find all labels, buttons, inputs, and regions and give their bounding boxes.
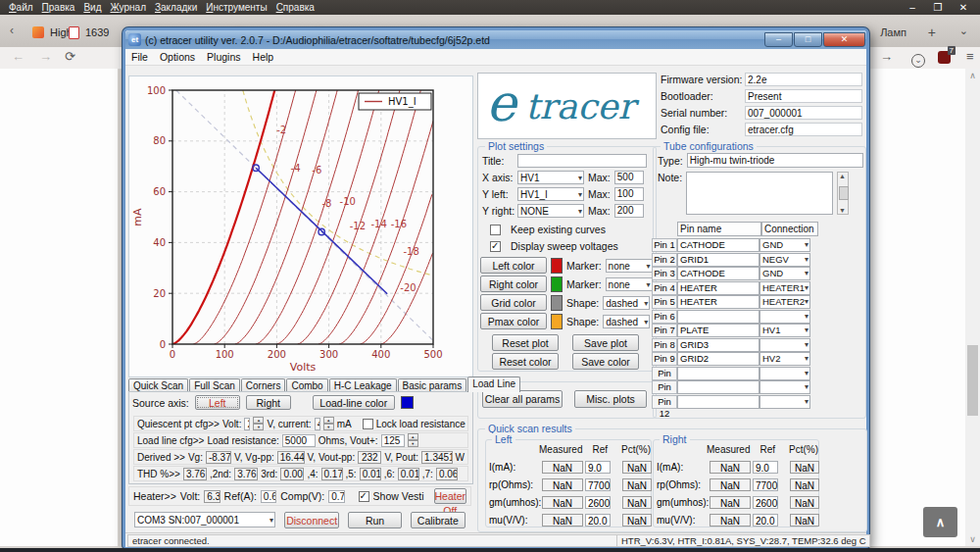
browser-menu-item[interactable]: Инструменты bbox=[206, 2, 267, 13]
plot-title-field[interactable] bbox=[517, 154, 647, 168]
pin-connection-select[interactable] bbox=[760, 338, 810, 352]
scroll-up-icon[interactable]: ∧ bbox=[965, 71, 980, 80]
ref-field[interactable]: 20.0 bbox=[753, 514, 778, 527]
pin-name-field[interactable]: GRID1 bbox=[677, 253, 760, 267]
pin-name-field[interactable]: CATHODE bbox=[677, 238, 760, 252]
note-scroll-up-icon[interactable]: ▲ bbox=[839, 173, 846, 179]
reset-color-button[interactable]: Reset color bbox=[492, 353, 559, 370]
pin-connection-select[interactable]: HEATER2 bbox=[760, 295, 810, 309]
pocket-icon[interactable]: ⌄ bbox=[911, 51, 925, 68]
load-resistance-field[interactable]: 5000 bbox=[282, 434, 316, 447]
tab-scroll-left-icon[interactable]: ‹ bbox=[10, 24, 14, 37]
minimize-button[interactable]: – bbox=[764, 32, 793, 47]
browser-menu-item[interactable]: Закладки bbox=[155, 2, 197, 13]
pin-connection-select[interactable] bbox=[760, 395, 810, 409]
app-menu-file[interactable]: File bbox=[125, 51, 154, 63]
tube-type-field[interactable]: High-mu twin-triode bbox=[687, 153, 863, 168]
marker-left-select[interactable]: none bbox=[606, 259, 653, 273]
save-color-button[interactable]: Save color bbox=[572, 353, 639, 370]
note-scrollbar[interactable]: ▲▼ bbox=[837, 172, 849, 215]
pin-name-field[interactable] bbox=[677, 310, 760, 324]
pin-name-field[interactable] bbox=[677, 380, 760, 394]
ref-field[interactable]: 9.0 bbox=[753, 461, 778, 474]
marker-right-select[interactable]: none bbox=[606, 277, 653, 291]
page-scrollbar[interactable]: ∧ ∨ bbox=[965, 69, 980, 546]
browser-menu-item[interactable]: Правка bbox=[42, 2, 75, 13]
source-left-button[interactable]: Left bbox=[195, 395, 240, 410]
pin-connection-select[interactable]: NEGV bbox=[760, 253, 810, 267]
pin-connection-select[interactable]: HV1 bbox=[760, 324, 810, 337]
pin-connection-select[interactable] bbox=[760, 367, 810, 380]
note-scroll-down-icon[interactable]: ▼ bbox=[839, 207, 846, 214]
tab-list-chevron-icon[interactable]: ⌄ bbox=[959, 25, 968, 37]
pin-connection-select[interactable]: GND bbox=[760, 238, 810, 252]
keep-existing-curves-checkbox[interactable] bbox=[490, 225, 501, 235]
pin-name-field[interactable]: PLATE bbox=[677, 324, 760, 337]
ref-field[interactable]: 7700 bbox=[585, 478, 611, 491]
tube-note-field[interactable] bbox=[686, 172, 833, 215]
scroll-down-icon[interactable]: ∨ bbox=[965, 534, 980, 544]
tab-combo[interactable]: Combo bbox=[286, 378, 327, 392]
browser-restore-icon[interactable]: ❐ bbox=[925, 0, 951, 15]
pin-connection-select[interactable]: HV2 bbox=[760, 352, 810, 366]
hamburger-menu-icon[interactable]: ≡ bbox=[966, 49, 974, 64]
browser-menu-item[interactable]: Вид bbox=[83, 2, 101, 13]
x-axis-select[interactable]: HV1 bbox=[517, 171, 584, 184]
y-left-max-field[interactable]: 100 bbox=[614, 187, 644, 201]
misc-plots-button[interactable]: Misc. plots bbox=[574, 390, 647, 408]
save-plot-button[interactable]: Save plot bbox=[572, 334, 639, 351]
disconnect-button[interactable]: Disconnect bbox=[284, 512, 339, 528]
pmax-color-button[interactable]: Pmax color bbox=[480, 313, 547, 329]
extension-icon[interactable]: 7 bbox=[938, 51, 951, 67]
ref-field[interactable]: 2600 bbox=[585, 496, 611, 509]
browser-tab-high[interactable]: High bbox=[32, 19, 73, 46]
refresh-icon[interactable]: ⟳ bbox=[65, 49, 75, 64]
pin-name-field[interactable] bbox=[677, 367, 760, 380]
new-tab-button[interactable]: + bbox=[928, 25, 936, 40]
pin-name-field[interactable]: GRID2 bbox=[677, 352, 760, 366]
browser-tab-pdf[interactable]: 1639 bbox=[69, 19, 109, 46]
pin-connection-select[interactable]: HEATER1 bbox=[760, 281, 810, 295]
show-vesti-checkbox[interactable] bbox=[359, 491, 369, 502]
y-left-select[interactable]: HV1_I bbox=[517, 187, 584, 201]
run-button[interactable]: Run bbox=[348, 512, 401, 528]
pin-connection-select[interactable] bbox=[760, 380, 810, 394]
curve-plot[interactable]: -2-4-6-8-10-12-14-16-18-2001002003004005… bbox=[128, 75, 473, 377]
volt-spinner[interactable]: ▲▼ bbox=[253, 417, 264, 430]
tab-corners[interactable]: Corners bbox=[241, 378, 286, 392]
vout-field[interactable]: 125 bbox=[381, 434, 405, 447]
app-menu-help[interactable]: Help bbox=[247, 51, 280, 63]
pin-name-field[interactable]: HEATER bbox=[677, 281, 760, 295]
lock-load-resistance-checkbox[interactable] bbox=[363, 419, 373, 429]
heater-off-button[interactable]: Heater Off bbox=[434, 488, 467, 504]
vout-spinner[interactable]: ▲▼ bbox=[408, 433, 418, 447]
shape-pmax-select[interactable]: dashed bbox=[603, 315, 650, 328]
y-right-max-field[interactable]: 200 bbox=[614, 204, 644, 218]
tab-basic-params[interactable]: Basic params bbox=[398, 378, 467, 392]
browser-menu-item[interactable]: Журнал bbox=[110, 2, 146, 13]
scroll-to-top-button[interactable]: ∧ bbox=[923, 507, 957, 537]
note-scroll-thumb[interactable] bbox=[839, 186, 849, 200]
pin-name-field[interactable]: HEATER bbox=[677, 295, 760, 309]
close-button[interactable]: ✕ bbox=[823, 32, 865, 47]
source-right-button[interactable]: Right bbox=[246, 395, 291, 410]
left-color-button[interactable]: Left color bbox=[480, 257, 547, 274]
app-menu-options[interactable]: Options bbox=[154, 51, 201, 63]
tab-full-scan[interactable]: Full Scan bbox=[189, 378, 240, 392]
back-icon[interactable]: ← bbox=[12, 49, 24, 64]
browser-close-icon[interactable]: ✕ bbox=[951, 0, 976, 15]
reset-plot-button[interactable]: Reset plot bbox=[492, 334, 559, 351]
browser-menu-item[interactable]: Файл bbox=[9, 2, 33, 13]
current-spinner[interactable]: ▲▼ bbox=[323, 417, 334, 430]
shape-grid-select[interactable]: dashed bbox=[603, 296, 650, 310]
maximize-button[interactable]: □ bbox=[794, 32, 822, 47]
heater-comp-field[interactable]: 0.7 bbox=[328, 490, 344, 503]
app-menu-plugins[interactable]: Plugins bbox=[201, 51, 246, 63]
ref-field[interactable]: 9.0 bbox=[585, 461, 611, 474]
clear-all-params-button[interactable]: Clear all params bbox=[482, 390, 563, 408]
quiescent-volt-field[interactable]: 286 bbox=[244, 418, 250, 430]
ref-field[interactable]: 2600 bbox=[753, 496, 778, 509]
quiescent-current-field[interactable]: 44.2 bbox=[315, 418, 320, 430]
forward-icon[interactable]: → bbox=[39, 49, 52, 64]
pin-connection-select[interactable] bbox=[760, 310, 810, 324]
